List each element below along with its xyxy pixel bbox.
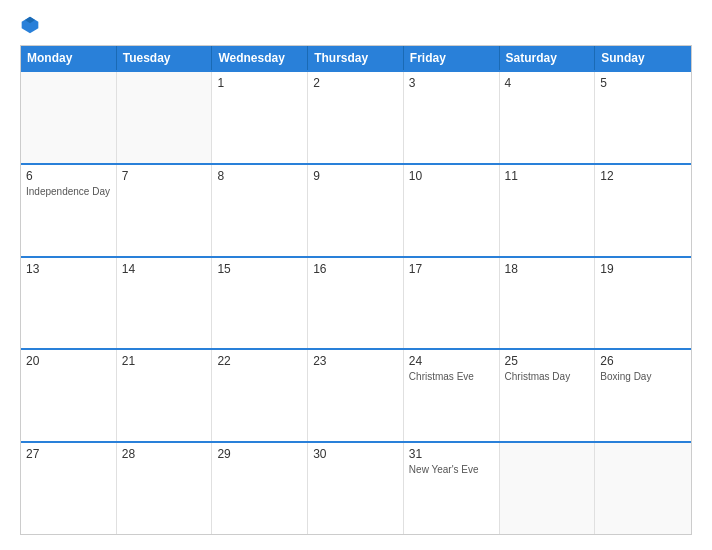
cell-date: 15	[217, 262, 302, 276]
cell-date: 27	[26, 447, 111, 461]
calendar-cell: 22	[212, 350, 308, 441]
calendar-cell	[117, 72, 213, 163]
page-header	[20, 15, 692, 35]
cell-date: 21	[122, 354, 207, 368]
calendar-cell: 11	[500, 165, 596, 256]
calendar-cell: 17	[404, 258, 500, 349]
cell-date: 16	[313, 262, 398, 276]
cell-date: 28	[122, 447, 207, 461]
calendar-cell: 23	[308, 350, 404, 441]
calendar-cell: 18	[500, 258, 596, 349]
calendar-cell: 28	[117, 443, 213, 534]
cell-date: 19	[600, 262, 686, 276]
calendar-cell	[595, 443, 691, 534]
cell-date: 22	[217, 354, 302, 368]
cell-event: Christmas Day	[505, 371, 571, 382]
calendar-cell: 29	[212, 443, 308, 534]
calendar-cell: 13	[21, 258, 117, 349]
calendar-cell: 4	[500, 72, 596, 163]
calendar-cell	[500, 443, 596, 534]
calendar-cell: 21	[117, 350, 213, 441]
calendar-header: MondayTuesdayWednesdayThursdayFridaySatu…	[21, 46, 691, 70]
calendar-cell: 27	[21, 443, 117, 534]
cell-date: 6	[26, 169, 111, 183]
cell-date: 14	[122, 262, 207, 276]
calendar-cell: 14	[117, 258, 213, 349]
calendar-week-1: 12345	[21, 70, 691, 163]
cell-date: 24	[409, 354, 494, 368]
calendar-week-2: 6Independence Day789101112	[21, 163, 691, 256]
calendar-cell: 20	[21, 350, 117, 441]
cell-event: Boxing Day	[600, 371, 651, 382]
calendar-week-4: 2021222324Christmas Eve25Christmas Day26…	[21, 348, 691, 441]
cell-date: 29	[217, 447, 302, 461]
cell-date: 1	[217, 76, 302, 90]
logo-icon	[20, 15, 40, 35]
calendar-cell: 15	[212, 258, 308, 349]
calendar-cell: 3	[404, 72, 500, 163]
cell-date: 8	[217, 169, 302, 183]
calendar-cell: 12	[595, 165, 691, 256]
calendar-cell: 2	[308, 72, 404, 163]
cell-date: 17	[409, 262, 494, 276]
calendar-page: MondayTuesdayWednesdayThursdayFridaySatu…	[0, 0, 712, 550]
cell-event: New Year's Eve	[409, 464, 479, 475]
cell-date: 25	[505, 354, 590, 368]
calendar-cell: 7	[117, 165, 213, 256]
weekday-header-thursday: Thursday	[308, 46, 404, 70]
cell-date: 4	[505, 76, 590, 90]
calendar-cell: 25Christmas Day	[500, 350, 596, 441]
calendar-cell	[21, 72, 117, 163]
cell-date: 30	[313, 447, 398, 461]
calendar-cell: 24Christmas Eve	[404, 350, 500, 441]
calendar-cell: 9	[308, 165, 404, 256]
calendar-week-5: 2728293031New Year's Eve	[21, 441, 691, 534]
weekday-header-tuesday: Tuesday	[117, 46, 213, 70]
calendar-cell: 16	[308, 258, 404, 349]
calendar-cell: 1	[212, 72, 308, 163]
weekday-header-friday: Friday	[404, 46, 500, 70]
cell-date: 7	[122, 169, 207, 183]
logo	[20, 15, 48, 35]
weekday-header-monday: Monday	[21, 46, 117, 70]
calendar-cell: 26Boxing Day	[595, 350, 691, 441]
cell-date: 3	[409, 76, 494, 90]
calendar-cell: 19	[595, 258, 691, 349]
cell-date: 23	[313, 354, 398, 368]
calendar-week-3: 13141516171819	[21, 256, 691, 349]
weekday-header-sunday: Sunday	[595, 46, 691, 70]
cell-date: 11	[505, 169, 590, 183]
cell-date: 31	[409, 447, 494, 461]
weekday-header-saturday: Saturday	[500, 46, 596, 70]
calendar-cell: 5	[595, 72, 691, 163]
cell-date: 20	[26, 354, 111, 368]
cell-date: 9	[313, 169, 398, 183]
calendar-cell: 30	[308, 443, 404, 534]
cell-date: 13	[26, 262, 111, 276]
cell-date: 12	[600, 169, 686, 183]
calendar-body: 123456Independence Day789101112131415161…	[21, 70, 691, 534]
calendar-cell: 8	[212, 165, 308, 256]
calendar-cell: 31New Year's Eve	[404, 443, 500, 534]
cell-date: 18	[505, 262, 590, 276]
calendar-cell: 6Independence Day	[21, 165, 117, 256]
cell-date: 26	[600, 354, 686, 368]
cell-event: Independence Day	[26, 186, 110, 197]
calendar-grid: MondayTuesdayWednesdayThursdayFridaySatu…	[20, 45, 692, 535]
cell-date: 5	[600, 76, 686, 90]
cell-date: 2	[313, 76, 398, 90]
calendar-cell: 10	[404, 165, 500, 256]
cell-date: 10	[409, 169, 494, 183]
cell-event: Christmas Eve	[409, 371, 474, 382]
weekday-header-wednesday: Wednesday	[212, 46, 308, 70]
